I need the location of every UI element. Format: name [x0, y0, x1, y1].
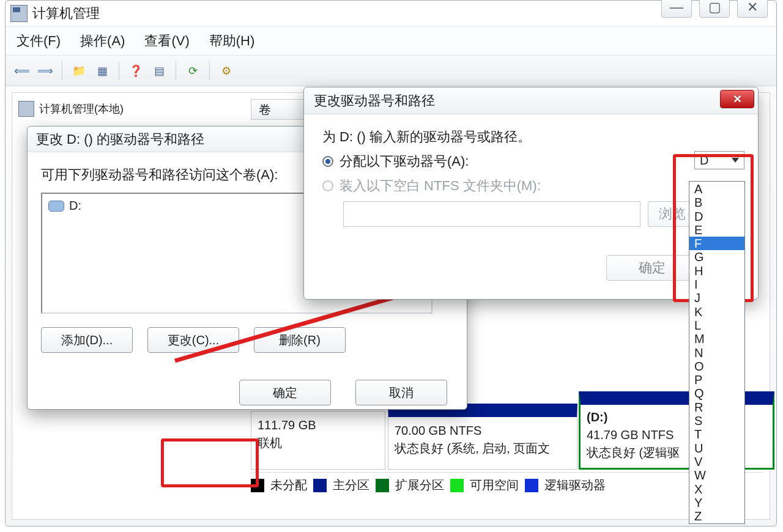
- dropdown-option[interactable]: M: [689, 332, 744, 345]
- menu-help[interactable]: 帮助(H): [209, 32, 255, 50]
- dropdown-option[interactable]: E: [689, 223, 744, 237]
- disk-summary[interactable]: 111.79 GB 联机: [251, 411, 385, 470]
- dropdown-option[interactable]: Q: [689, 386, 744, 400]
- dropdown-option[interactable]: H: [689, 264, 744, 278]
- dropdown-option[interactable]: Y: [689, 496, 744, 509]
- legend: 未分配 主分区 扩展分区 可用空间 逻辑驱动器: [251, 472, 763, 494]
- show-hide-icon[interactable]: ▦: [93, 62, 111, 80]
- dropdown-option[interactable]: K: [689, 305, 744, 319]
- dropdown-option[interactable]: Z: [689, 509, 744, 523]
- tree-root[interactable]: 计算机管理(本地): [16, 97, 242, 121]
- dropdown-option[interactable]: W: [689, 468, 744, 482]
- disk-state: 联机: [258, 434, 379, 452]
- menu-action[interactable]: 操作(A): [80, 32, 125, 50]
- partition-state: 状态良好 (系统, 启动, 页面文: [395, 440, 571, 457]
- toolbar-separator: [176, 62, 176, 80]
- help-icon[interactable]: ❓: [127, 62, 145, 80]
- nav-forward-icon[interactable]: ⟹: [36, 62, 54, 80]
- nav-back-icon[interactable]: ⟸: [13, 62, 31, 80]
- option-assign-letter[interactable]: 分配以下驱动器号(A):: [322, 152, 742, 171]
- partition-size: 70.00 GB NTFS: [395, 422, 571, 440]
- computer-icon: [18, 101, 34, 117]
- close-button[interactable]: ✕: [737, 0, 768, 18]
- menu-file[interactable]: 文件(F): [17, 32, 61, 50]
- disk-size: 111.79 GB: [258, 416, 379, 434]
- dropdown-option[interactable]: S: [689, 414, 744, 427]
- cancel-button[interactable]: 取消: [355, 380, 447, 405]
- legend-swatch-primary: [313, 479, 327, 492]
- radio-unchecked-icon: [322, 180, 333, 191]
- dialog2-title: 更改驱动器号和路径: [314, 92, 435, 110]
- dropdown-option[interactable]: X: [689, 482, 744, 496]
- list-view-icon[interactable]: ▤: [150, 62, 168, 80]
- menubar: 文件(F) 操作(A) 查看(V) 帮助(H): [6, 26, 776, 56]
- legend-logical: 逻辑驱动器: [544, 477, 606, 493]
- option-assign-label: 分配以下驱动器号(A):: [340, 152, 469, 171]
- legend-swatch-extended: [376, 479, 389, 492]
- partition-d[interactable]: (D:) 41.79 GB NTFS 状态良好 (逻辑驱: [579, 391, 707, 470]
- legend-swatch-logical: [525, 479, 538, 492]
- refresh-icon[interactable]: ⟳: [184, 62, 202, 80]
- legend-extended: 扩展分区: [395, 477, 444, 493]
- titlebar: 计算机管理 — ▢ ✕: [6, 1, 776, 26]
- legend-unallocated: 未分配: [270, 477, 307, 493]
- dropdown-option[interactable]: R: [689, 401, 744, 414]
- dialog2-instruction: 为 D: () 输入新的驱动器号或路径。: [322, 128, 742, 146]
- ok-button[interactable]: 确定: [239, 380, 331, 405]
- partition-state: 状态良好 (逻辑驱: [587, 444, 699, 462]
- legend-swatch-unallocated: [251, 479, 264, 492]
- partition-size: 41.79 GB NTFS: [587, 426, 699, 444]
- toolbar: ⟸ ⟹ 📁 ▦ ❓ ▤ ⟳ ⚙: [6, 56, 776, 86]
- add-button[interactable]: 添加(D)...: [41, 327, 133, 353]
- up-level-icon[interactable]: 📁: [70, 62, 88, 80]
- column-header-volume[interactable]: 卷: [251, 99, 312, 120]
- dropdown-option[interactable]: A: [689, 182, 744, 196]
- drive-icon: [48, 201, 64, 212]
- dropdown-option[interactable]: T: [689, 427, 744, 441]
- option-mount-folder: 装入以下空白 NTFS 文件夹中(M):: [322, 177, 742, 195]
- dropdown-option[interactable]: U: [689, 441, 744, 455]
- dropdown-option[interactable]: G: [689, 250, 744, 264]
- settings-icon[interactable]: ⚙: [217, 62, 236, 80]
- partition-label: (D:): [587, 408, 699, 426]
- dropdown-option[interactable]: I: [689, 278, 744, 291]
- toolbar-separator: [119, 62, 119, 80]
- app-icon: [10, 5, 28, 22]
- dropdown-option[interactable]: B: [689, 196, 744, 209]
- dropdown-option[interactable]: J: [689, 291, 744, 305]
- option-mount-label: 装入以下空白 NTFS 文件夹中(M):: [340, 177, 541, 195]
- radio-checked-icon: [322, 156, 333, 167]
- legend-primary: 主分区: [333, 477, 369, 493]
- drive-path-label: D:: [69, 199, 81, 213]
- dropdown-option[interactable]: N: [689, 346, 744, 360]
- change-button[interactable]: 更改(C)...: [147, 327, 239, 353]
- maximize-button[interactable]: ▢: [699, 0, 730, 18]
- toolbar-separator: [62, 62, 62, 80]
- window-controls: — ▢ ✕: [661, 0, 768, 18]
- dropdown-option[interactable]: D: [689, 210, 744, 223]
- legend-swatch-free: [450, 479, 464, 492]
- chevron-down-icon: [732, 158, 739, 163]
- drive-letter-dropdown[interactable]: ABDEFGHIJKLMNOPQRSTUVWXYZ: [689, 181, 745, 524]
- dialog2-close-button[interactable]: ✕: [720, 90, 754, 108]
- dropdown-option[interactable]: P: [689, 373, 744, 386]
- legend-free: 可用空间: [470, 477, 519, 493]
- mount-path-input: [343, 201, 640, 227]
- remove-button[interactable]: 删除(R): [254, 327, 346, 353]
- tree-root-label: 计算机管理(本地): [39, 102, 124, 116]
- drive-letter-combo[interactable]: D: [694, 151, 744, 169]
- menu-view[interactable]: 查看(V): [144, 32, 189, 50]
- dropdown-option[interactable]: F: [689, 237, 744, 250]
- dropdown-option[interactable]: V: [689, 455, 744, 468]
- dropdown-option[interactable]: L: [689, 319, 744, 332]
- window-title: 计算机管理: [32, 4, 100, 23]
- minimize-button[interactable]: —: [661, 0, 692, 18]
- dialog2-titlebar: 更改驱动器号和路径 ✕: [304, 87, 758, 114]
- ok-button[interactable]: 确定: [606, 255, 698, 281]
- dropdown-option[interactable]: O: [689, 360, 744, 373]
- toolbar-separator: [209, 62, 210, 80]
- drive-letter-value: D: [700, 153, 708, 168]
